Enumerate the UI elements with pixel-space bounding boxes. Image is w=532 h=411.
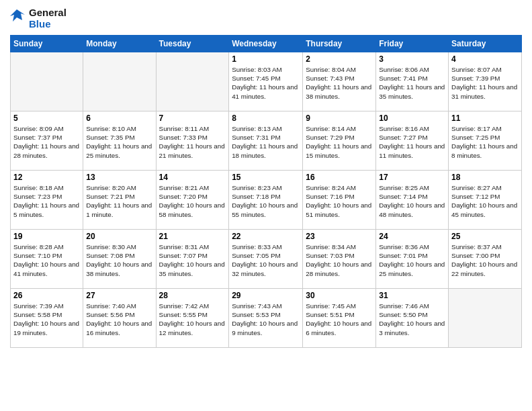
day-number: 11 [451, 113, 519, 123]
day-info: Sunrise: 8:28 AM Sunset: 7:10 PM Dayligh… [13, 242, 80, 278]
day-number: 14 [159, 173, 226, 182]
day-number: 7 [159, 113, 226, 123]
week-row-4: 19Sunrise: 8:28 AM Sunset: 7:10 PM Dayli… [11, 230, 522, 289]
day-number: 4 [451, 54, 519, 64]
week-row-2: 5Sunrise: 8:09 AM Sunset: 7:37 PM Daylig… [11, 111, 522, 171]
calendar-cell: 25Sunrise: 8:37 AM Sunset: 7:00 PM Dayli… [449, 230, 522, 289]
calendar-cell: 30Sunrise: 7:45 AM Sunset: 5:51 PM Dayli… [303, 289, 376, 348]
day-number: 29 [232, 291, 300, 300]
day-info: Sunrise: 8:31 AM Sunset: 7:07 PM Dayligh… [159, 242, 226, 278]
calendar-cell [449, 289, 522, 348]
day-number: 20 [86, 232, 152, 241]
day-info: Sunrise: 8:30 AM Sunset: 7:08 PM Dayligh… [86, 242, 152, 278]
day-info: Sunrise: 8:14 AM Sunset: 7:29 PM Dayligh… [306, 124, 373, 160]
calendar-cell: 22Sunrise: 8:33 AM Sunset: 7:05 PM Dayli… [229, 230, 303, 289]
calendar-cell: 4Sunrise: 8:07 AM Sunset: 7:39 PM Daylig… [449, 52, 522, 111]
calendar-header-row: SundayMondayTuesdayWednesdayThursdayFrid… [11, 36, 522, 52]
day-info: Sunrise: 8:18 AM Sunset: 7:23 PM Dayligh… [13, 183, 80, 219]
day-info: Sunrise: 8:07 AM Sunset: 7:39 PM Dayligh… [451, 65, 519, 101]
day-number: 21 [159, 232, 226, 241]
calendar-cell: 20Sunrise: 8:30 AM Sunset: 7:08 PM Dayli… [83, 230, 156, 289]
day-number: 28 [159, 291, 226, 300]
day-number: 13 [86, 173, 152, 182]
day-number: 6 [86, 113, 152, 123]
calendar-cell: 17Sunrise: 8:25 AM Sunset: 7:14 PM Dayli… [376, 171, 449, 230]
day-info: Sunrise: 8:09 AM Sunset: 7:37 PM Dayligh… [13, 124, 80, 160]
calendar-cell: 26Sunrise: 7:39 AM Sunset: 5:58 PM Dayli… [11, 289, 83, 348]
calendar-cell: 1Sunrise: 8:03 AM Sunset: 7:45 PM Daylig… [229, 52, 303, 111]
day-number: 10 [379, 113, 445, 123]
calendar-cell: 9Sunrise: 8:14 AM Sunset: 7:29 PM Daylig… [303, 111, 376, 171]
calendar-cell: 10Sunrise: 8:16 AM Sunset: 7:27 PM Dayli… [376, 111, 449, 171]
day-number: 19 [13, 232, 80, 241]
week-row-1: 1Sunrise: 8:03 AM Sunset: 7:45 PM Daylig… [11, 52, 522, 111]
day-info: Sunrise: 8:11 AM Sunset: 7:33 PM Dayligh… [159, 124, 226, 160]
day-number: 27 [86, 291, 152, 300]
day-number: 2 [306, 54, 373, 64]
day-info: Sunrise: 8:06 AM Sunset: 7:41 PM Dayligh… [379, 65, 445, 101]
logo-general: General [29, 7, 66, 18]
calendar-cell: 16Sunrise: 8:24 AM Sunset: 7:16 PM Dayli… [303, 171, 376, 230]
calendar-cell: 18Sunrise: 8:27 AM Sunset: 7:12 PM Dayli… [449, 171, 522, 230]
day-info: Sunrise: 8:04 AM Sunset: 7:43 PM Dayligh… [306, 65, 373, 101]
day-info: Sunrise: 7:42 AM Sunset: 5:55 PM Dayligh… [159, 302, 226, 337]
page-header: General Blue [10, 7, 522, 30]
day-info: Sunrise: 8:33 AM Sunset: 7:05 PM Dayligh… [232, 242, 300, 278]
col-header-tuesday: Tuesday [156, 36, 229, 52]
day-number: 15 [232, 173, 300, 182]
calendar-cell: 27Sunrise: 7:40 AM Sunset: 5:56 PM Dayli… [83, 289, 156, 348]
day-info: Sunrise: 8:27 AM Sunset: 7:12 PM Dayligh… [451, 183, 519, 219]
calendar-cell [83, 52, 156, 111]
calendar-table: SundayMondayTuesdayWednesdayThursdayFrid… [10, 35, 522, 348]
calendar-cell: 23Sunrise: 8:34 AM Sunset: 7:03 PM Dayli… [303, 230, 376, 289]
calendar-cell: 2Sunrise: 8:04 AM Sunset: 7:43 PM Daylig… [303, 52, 376, 111]
day-number: 9 [306, 113, 373, 123]
week-row-5: 26Sunrise: 7:39 AM Sunset: 5:58 PM Dayli… [11, 289, 522, 348]
day-info: Sunrise: 7:45 AM Sunset: 5:51 PM Dayligh… [306, 302, 373, 337]
day-number: 30 [306, 291, 373, 300]
day-number: 25 [451, 232, 519, 241]
day-number: 24 [379, 232, 445, 241]
day-number: 23 [306, 232, 373, 241]
day-number: 17 [379, 173, 445, 182]
day-info: Sunrise: 8:21 AM Sunset: 7:20 PM Dayligh… [159, 183, 226, 219]
day-info: Sunrise: 8:34 AM Sunset: 7:03 PM Dayligh… [306, 242, 373, 278]
calendar-cell: 5Sunrise: 8:09 AM Sunset: 7:37 PM Daylig… [11, 111, 83, 171]
day-info: Sunrise: 7:43 AM Sunset: 5:53 PM Dayligh… [232, 302, 300, 337]
day-info: Sunrise: 8:20 AM Sunset: 7:21 PM Dayligh… [86, 183, 152, 219]
day-number: 22 [232, 232, 300, 241]
logo-bird-icon [10, 8, 25, 26]
calendar-cell: 8Sunrise: 8:13 AM Sunset: 7:31 PM Daylig… [229, 111, 303, 171]
calendar-cell: 31Sunrise: 7:46 AM Sunset: 5:50 PM Dayli… [376, 289, 449, 348]
calendar-cell: 21Sunrise: 8:31 AM Sunset: 7:07 PM Dayli… [156, 230, 229, 289]
calendar-cell [11, 52, 83, 111]
calendar-cell: 28Sunrise: 7:42 AM Sunset: 5:55 PM Dayli… [156, 289, 229, 348]
day-info: Sunrise: 8:36 AM Sunset: 7:01 PM Dayligh… [379, 242, 445, 278]
calendar-cell: 15Sunrise: 8:23 AM Sunset: 7:18 PM Dayli… [229, 171, 303, 230]
calendar-cell: 12Sunrise: 8:18 AM Sunset: 7:23 PM Dayli… [11, 171, 83, 230]
day-info: Sunrise: 8:25 AM Sunset: 7:14 PM Dayligh… [379, 183, 445, 219]
calendar-cell [156, 52, 229, 111]
day-number: 26 [13, 291, 80, 300]
col-header-thursday: Thursday [303, 36, 376, 52]
day-number: 8 [232, 113, 300, 123]
day-number: 1 [232, 54, 300, 64]
day-info: Sunrise: 8:24 AM Sunset: 7:16 PM Dayligh… [306, 183, 373, 219]
calendar-cell: 14Sunrise: 8:21 AM Sunset: 7:20 PM Dayli… [156, 171, 229, 230]
svg-marker-0 [10, 9, 25, 21]
week-row-3: 12Sunrise: 8:18 AM Sunset: 7:23 PM Dayli… [11, 171, 522, 230]
day-number: 31 [379, 291, 445, 300]
day-number: 18 [451, 173, 519, 182]
col-header-friday: Friday [376, 36, 449, 52]
day-info: Sunrise: 8:10 AM Sunset: 7:35 PM Dayligh… [86, 124, 152, 160]
day-info: Sunrise: 8:13 AM Sunset: 7:31 PM Dayligh… [232, 124, 300, 160]
day-info: Sunrise: 7:46 AM Sunset: 5:50 PM Dayligh… [379, 302, 445, 337]
calendar-cell: 6Sunrise: 8:10 AM Sunset: 7:35 PM Daylig… [83, 111, 156, 171]
calendar-cell: 11Sunrise: 8:17 AM Sunset: 7:25 PM Dayli… [449, 111, 522, 171]
calendar-cell: 29Sunrise: 7:43 AM Sunset: 5:53 PM Dayli… [229, 289, 303, 348]
calendar-cell: 7Sunrise: 8:11 AM Sunset: 7:33 PM Daylig… [156, 111, 229, 171]
day-info: Sunrise: 8:23 AM Sunset: 7:18 PM Dayligh… [232, 183, 300, 219]
day-number: 16 [306, 173, 373, 182]
col-header-wednesday: Wednesday [229, 36, 303, 52]
day-info: Sunrise: 8:16 AM Sunset: 7:27 PM Dayligh… [379, 124, 445, 160]
